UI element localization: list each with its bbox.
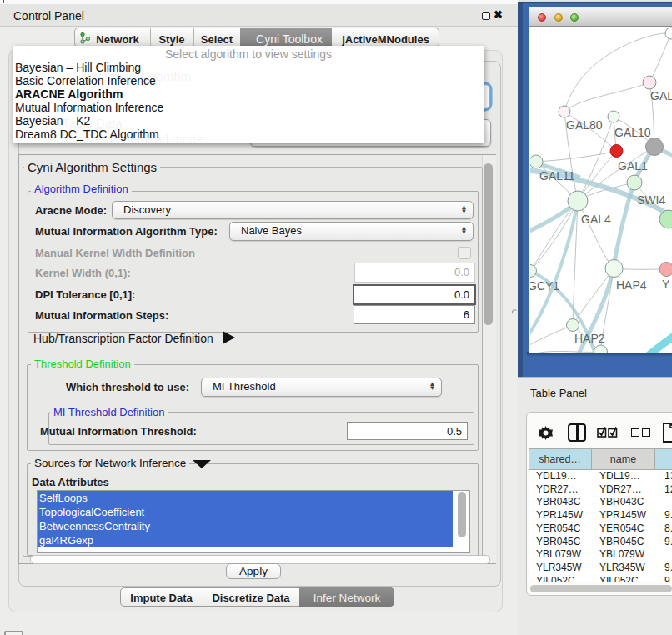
svg-text:HAP4: HAP4 <box>616 278 647 292</box>
svg-text:GAL1: GAL1 <box>618 159 648 172</box>
svg-text:GAL4: GAL4 <box>581 212 611 226</box>
svg-text:HAP2: HAP2 <box>574 332 605 345</box>
svg-text:GAL80: GAL80 <box>566 118 603 132</box>
svg-text:GAL11: GAL11 <box>539 169 575 182</box>
svg-text:GAL: GAL <box>650 89 672 102</box>
svg-text:SWI4: SWI4 <box>637 193 665 207</box>
svg-text:GAL10: GAL10 <box>614 126 651 139</box>
svg-text:Y: Y <box>662 278 670 291</box>
svg-text:GCY1: GCY1 <box>530 279 559 292</box>
